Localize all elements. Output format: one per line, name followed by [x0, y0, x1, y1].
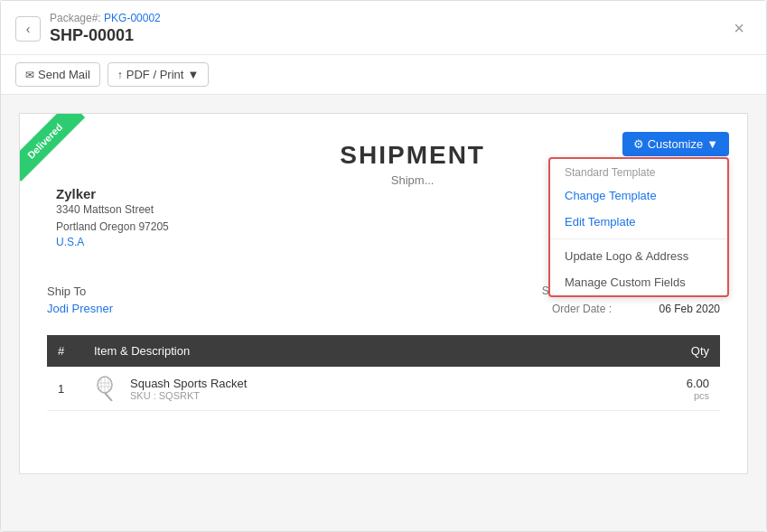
- change-template-item[interactable]: Change Template: [550, 182, 727, 209]
- order-date-label: Order Date :: [552, 303, 612, 315]
- item-details: Squash Sports Racket SKU : SQSRKT: [130, 377, 247, 401]
- col-qty: Qty: [591, 335, 720, 367]
- toolbar: ✉ Send Mail ↑ PDF / Print ▼: [1, 55, 766, 95]
- pdf-print-label: PDF / Print: [126, 68, 184, 81]
- modal-header: ‹ Package#: PKG-00002 SHP-00001 ×: [1, 1, 766, 55]
- qty-value: 6.00: [602, 377, 709, 390]
- modal-container: ‹ Package#: PKG-00002 SHP-00001 × ✉ Send…: [0, 0, 767, 532]
- table-header-row: # Item & Description Qty: [47, 335, 720, 367]
- manage-fields-item[interactable]: Manage Custom Fields: [550, 269, 727, 295]
- item-sku: SKU : SQSRKT: [130, 390, 247, 401]
- racket-icon: [94, 376, 123, 401]
- delivered-badge: Delivered: [20, 114, 92, 186]
- send-mail-icon: ✉: [25, 69, 34, 81]
- customize-button[interactable]: ⚙ Customize ▼: [622, 132, 729, 156]
- pdf-print-button[interactable]: ↑ PDF / Print ▼: [108, 62, 209, 87]
- shipment-id: SHP-00001: [50, 26, 161, 45]
- content-area: Delivered ⚙ Customize ▼ Standard Templat…: [1, 95, 766, 531]
- customize-arrow: ▼: [706, 137, 718, 151]
- header-title-area: ‹ Package#: PKG-00002 SHP-00001: [15, 12, 161, 45]
- order-date-value: 06 Feb 2020: [648, 303, 720, 315]
- pdf-print-icon: ↑: [117, 69, 123, 81]
- shipment-title: SHIPMENT: [340, 141, 485, 170]
- col-item: Item & Description: [83, 335, 591, 367]
- back-button[interactable]: ‹: [15, 16, 41, 42]
- table-row: 1: [47, 367, 720, 411]
- pdf-dropdown-arrow: ▼: [187, 68, 199, 81]
- item-name: Squash Sports Racket: [130, 377, 247, 390]
- customize-dropdown: Standard Template Change Template Edit T…: [548, 157, 729, 297]
- document: Delivered ⚙ Customize ▼ Standard Templat…: [19, 113, 748, 474]
- header-info: Package#: PKG-00002 SHP-00001: [50, 12, 161, 45]
- row-qty-cell: 6.00 pcs: [591, 367, 720, 411]
- send-mail-button[interactable]: ✉ Send Mail: [15, 62, 100, 87]
- shipment-subtitle: Shipm...: [340, 173, 485, 187]
- col-number: #: [47, 335, 83, 367]
- item-name-cell: Squash Sports Racket SKU : SQSRKT: [94, 376, 580, 401]
- customize-icon: ⚙: [633, 137, 644, 151]
- order-date-row: Order Date : 06 Feb 2020: [384, 303, 721, 315]
- row-item-cell: Squash Sports Racket SKU : SQSRKT: [83, 367, 591, 411]
- items-table: # Item & Description Qty 1: [47, 335, 720, 411]
- edit-template-item[interactable]: Edit Template: [550, 209, 727, 235]
- svg-line-1: [105, 393, 112, 401]
- ship-to-section: Ship To Jodi Presner: [47, 285, 384, 321]
- ship-to-name[interactable]: Jodi Presner: [47, 302, 384, 315]
- update-logo-item[interactable]: Update Logo & Address: [550, 243, 727, 269]
- shipment-title-area: SHIPMENT Shipm...: [340, 141, 485, 187]
- row-number: 1: [47, 367, 83, 411]
- ship-to-label: Ship To: [47, 285, 384, 298]
- dropdown-divider: [550, 238, 727, 239]
- delivered-badge-text: Delivered: [20, 114, 85, 182]
- send-mail-label: Send Mail: [38, 68, 90, 81]
- dropdown-section-label: Standard Template: [550, 159, 727, 182]
- close-button[interactable]: ×: [726, 14, 752, 42]
- customize-label: Customize: [648, 137, 703, 151]
- package-prefix: Package#: PKG-00002: [50, 12, 161, 24]
- package-link[interactable]: PKG-00002: [104, 12, 161, 24]
- qty-unit: pcs: [602, 390, 709, 401]
